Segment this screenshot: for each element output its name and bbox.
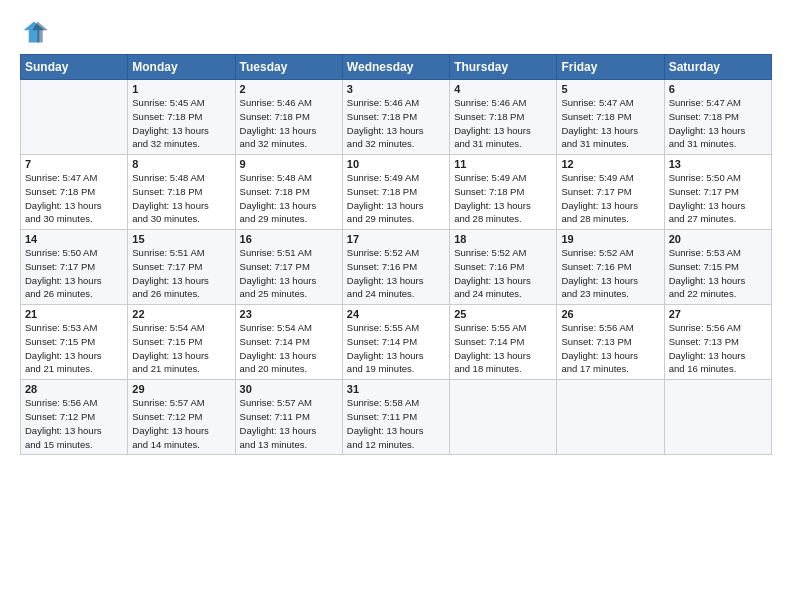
day-info: Sunrise: 5:52 AM Sunset: 7:16 PM Dayligh… bbox=[561, 246, 659, 301]
day-cell: 9Sunrise: 5:48 AM Sunset: 7:18 PM Daylig… bbox=[235, 155, 342, 230]
day-info: Sunrise: 5:56 AM Sunset: 7:12 PM Dayligh… bbox=[25, 396, 123, 451]
day-info: Sunrise: 5:50 AM Sunset: 7:17 PM Dayligh… bbox=[669, 171, 767, 226]
day-cell: 2Sunrise: 5:46 AM Sunset: 7:18 PM Daylig… bbox=[235, 80, 342, 155]
day-cell: 15Sunrise: 5:51 AM Sunset: 7:17 PM Dayli… bbox=[128, 230, 235, 305]
week-row-3: 14Sunrise: 5:50 AM Sunset: 7:17 PM Dayli… bbox=[21, 230, 772, 305]
day-info: Sunrise: 5:58 AM Sunset: 7:11 PM Dayligh… bbox=[347, 396, 445, 451]
day-number: 15 bbox=[132, 233, 230, 245]
day-cell: 12Sunrise: 5:49 AM Sunset: 7:17 PM Dayli… bbox=[557, 155, 664, 230]
day-info: Sunrise: 5:56 AM Sunset: 7:13 PM Dayligh… bbox=[561, 321, 659, 376]
day-cell: 5Sunrise: 5:47 AM Sunset: 7:18 PM Daylig… bbox=[557, 80, 664, 155]
day-info: Sunrise: 5:45 AM Sunset: 7:18 PM Dayligh… bbox=[132, 96, 230, 151]
day-info: Sunrise: 5:57 AM Sunset: 7:12 PM Dayligh… bbox=[132, 396, 230, 451]
week-row-2: 7Sunrise: 5:47 AM Sunset: 7:18 PM Daylig… bbox=[21, 155, 772, 230]
day-info: Sunrise: 5:49 AM Sunset: 7:17 PM Dayligh… bbox=[561, 171, 659, 226]
day-cell: 22Sunrise: 5:54 AM Sunset: 7:15 PM Dayli… bbox=[128, 305, 235, 380]
header bbox=[20, 18, 772, 46]
day-cell: 26Sunrise: 5:56 AM Sunset: 7:13 PM Dayli… bbox=[557, 305, 664, 380]
day-number: 31 bbox=[347, 383, 445, 395]
day-cell: 10Sunrise: 5:49 AM Sunset: 7:18 PM Dayli… bbox=[342, 155, 449, 230]
col-header-monday: Monday bbox=[128, 55, 235, 80]
day-info: Sunrise: 5:46 AM Sunset: 7:18 PM Dayligh… bbox=[240, 96, 338, 151]
day-info: Sunrise: 5:49 AM Sunset: 7:18 PM Dayligh… bbox=[347, 171, 445, 226]
day-cell: 18Sunrise: 5:52 AM Sunset: 7:16 PM Dayli… bbox=[450, 230, 557, 305]
day-cell: 19Sunrise: 5:52 AM Sunset: 7:16 PM Dayli… bbox=[557, 230, 664, 305]
day-number: 3 bbox=[347, 83, 445, 95]
day-number: 25 bbox=[454, 308, 552, 320]
day-number: 14 bbox=[25, 233, 123, 245]
logo bbox=[20, 18, 50, 46]
day-cell: 29Sunrise: 5:57 AM Sunset: 7:12 PM Dayli… bbox=[128, 380, 235, 455]
day-number: 8 bbox=[132, 158, 230, 170]
day-cell: 17Sunrise: 5:52 AM Sunset: 7:16 PM Dayli… bbox=[342, 230, 449, 305]
day-number: 19 bbox=[561, 233, 659, 245]
day-cell bbox=[21, 80, 128, 155]
day-info: Sunrise: 5:51 AM Sunset: 7:17 PM Dayligh… bbox=[240, 246, 338, 301]
day-info: Sunrise: 5:46 AM Sunset: 7:18 PM Dayligh… bbox=[454, 96, 552, 151]
day-cell: 23Sunrise: 5:54 AM Sunset: 7:14 PM Dayli… bbox=[235, 305, 342, 380]
day-number: 27 bbox=[669, 308, 767, 320]
day-number: 4 bbox=[454, 83, 552, 95]
header-row: SundayMondayTuesdayWednesdayThursdayFrid… bbox=[21, 55, 772, 80]
col-header-tuesday: Tuesday bbox=[235, 55, 342, 80]
day-info: Sunrise: 5:54 AM Sunset: 7:15 PM Dayligh… bbox=[132, 321, 230, 376]
day-number: 20 bbox=[669, 233, 767, 245]
day-number: 11 bbox=[454, 158, 552, 170]
page: SundayMondayTuesdayWednesdayThursdayFrid… bbox=[0, 0, 792, 612]
col-header-wednesday: Wednesday bbox=[342, 55, 449, 80]
day-number: 28 bbox=[25, 383, 123, 395]
day-cell: 27Sunrise: 5:56 AM Sunset: 7:13 PM Dayli… bbox=[664, 305, 771, 380]
day-info: Sunrise: 5:52 AM Sunset: 7:16 PM Dayligh… bbox=[454, 246, 552, 301]
week-row-4: 21Sunrise: 5:53 AM Sunset: 7:15 PM Dayli… bbox=[21, 305, 772, 380]
day-cell: 1Sunrise: 5:45 AM Sunset: 7:18 PM Daylig… bbox=[128, 80, 235, 155]
week-row-1: 1Sunrise: 5:45 AM Sunset: 7:18 PM Daylig… bbox=[21, 80, 772, 155]
week-row-5: 28Sunrise: 5:56 AM Sunset: 7:12 PM Dayli… bbox=[21, 380, 772, 455]
day-cell: 21Sunrise: 5:53 AM Sunset: 7:15 PM Dayli… bbox=[21, 305, 128, 380]
day-info: Sunrise: 5:47 AM Sunset: 7:18 PM Dayligh… bbox=[561, 96, 659, 151]
day-number: 30 bbox=[240, 383, 338, 395]
day-info: Sunrise: 5:52 AM Sunset: 7:16 PM Dayligh… bbox=[347, 246, 445, 301]
day-number: 24 bbox=[347, 308, 445, 320]
day-info: Sunrise: 5:48 AM Sunset: 7:18 PM Dayligh… bbox=[132, 171, 230, 226]
day-number: 18 bbox=[454, 233, 552, 245]
day-cell: 8Sunrise: 5:48 AM Sunset: 7:18 PM Daylig… bbox=[128, 155, 235, 230]
day-info: Sunrise: 5:46 AM Sunset: 7:18 PM Dayligh… bbox=[347, 96, 445, 151]
col-header-thursday: Thursday bbox=[450, 55, 557, 80]
day-info: Sunrise: 5:48 AM Sunset: 7:18 PM Dayligh… bbox=[240, 171, 338, 226]
day-cell bbox=[557, 380, 664, 455]
day-info: Sunrise: 5:55 AM Sunset: 7:14 PM Dayligh… bbox=[454, 321, 552, 376]
day-info: Sunrise: 5:53 AM Sunset: 7:15 PM Dayligh… bbox=[25, 321, 123, 376]
day-number: 16 bbox=[240, 233, 338, 245]
day-cell: 20Sunrise: 5:53 AM Sunset: 7:15 PM Dayli… bbox=[664, 230, 771, 305]
day-info: Sunrise: 5:51 AM Sunset: 7:17 PM Dayligh… bbox=[132, 246, 230, 301]
day-cell: 31Sunrise: 5:58 AM Sunset: 7:11 PM Dayli… bbox=[342, 380, 449, 455]
day-info: Sunrise: 5:53 AM Sunset: 7:15 PM Dayligh… bbox=[669, 246, 767, 301]
day-number: 10 bbox=[347, 158, 445, 170]
day-info: Sunrise: 5:49 AM Sunset: 7:18 PM Dayligh… bbox=[454, 171, 552, 226]
day-cell bbox=[450, 380, 557, 455]
day-number: 5 bbox=[561, 83, 659, 95]
logo-icon bbox=[20, 18, 48, 46]
calendar-table: SundayMondayTuesdayWednesdayThursdayFrid… bbox=[20, 54, 772, 455]
col-header-friday: Friday bbox=[557, 55, 664, 80]
day-number: 26 bbox=[561, 308, 659, 320]
day-number: 12 bbox=[561, 158, 659, 170]
day-cell: 6Sunrise: 5:47 AM Sunset: 7:18 PM Daylig… bbox=[664, 80, 771, 155]
day-cell: 16Sunrise: 5:51 AM Sunset: 7:17 PM Dayli… bbox=[235, 230, 342, 305]
day-info: Sunrise: 5:47 AM Sunset: 7:18 PM Dayligh… bbox=[669, 96, 767, 151]
day-number: 1 bbox=[132, 83, 230, 95]
day-cell: 4Sunrise: 5:46 AM Sunset: 7:18 PM Daylig… bbox=[450, 80, 557, 155]
day-cell bbox=[664, 380, 771, 455]
day-info: Sunrise: 5:54 AM Sunset: 7:14 PM Dayligh… bbox=[240, 321, 338, 376]
day-cell: 11Sunrise: 5:49 AM Sunset: 7:18 PM Dayli… bbox=[450, 155, 557, 230]
day-cell: 28Sunrise: 5:56 AM Sunset: 7:12 PM Dayli… bbox=[21, 380, 128, 455]
day-number: 9 bbox=[240, 158, 338, 170]
day-number: 17 bbox=[347, 233, 445, 245]
day-number: 6 bbox=[669, 83, 767, 95]
day-info: Sunrise: 5:55 AM Sunset: 7:14 PM Dayligh… bbox=[347, 321, 445, 376]
day-cell: 7Sunrise: 5:47 AM Sunset: 7:18 PM Daylig… bbox=[21, 155, 128, 230]
day-number: 23 bbox=[240, 308, 338, 320]
day-cell: 14Sunrise: 5:50 AM Sunset: 7:17 PM Dayli… bbox=[21, 230, 128, 305]
day-cell: 13Sunrise: 5:50 AM Sunset: 7:17 PM Dayli… bbox=[664, 155, 771, 230]
day-info: Sunrise: 5:50 AM Sunset: 7:17 PM Dayligh… bbox=[25, 246, 123, 301]
